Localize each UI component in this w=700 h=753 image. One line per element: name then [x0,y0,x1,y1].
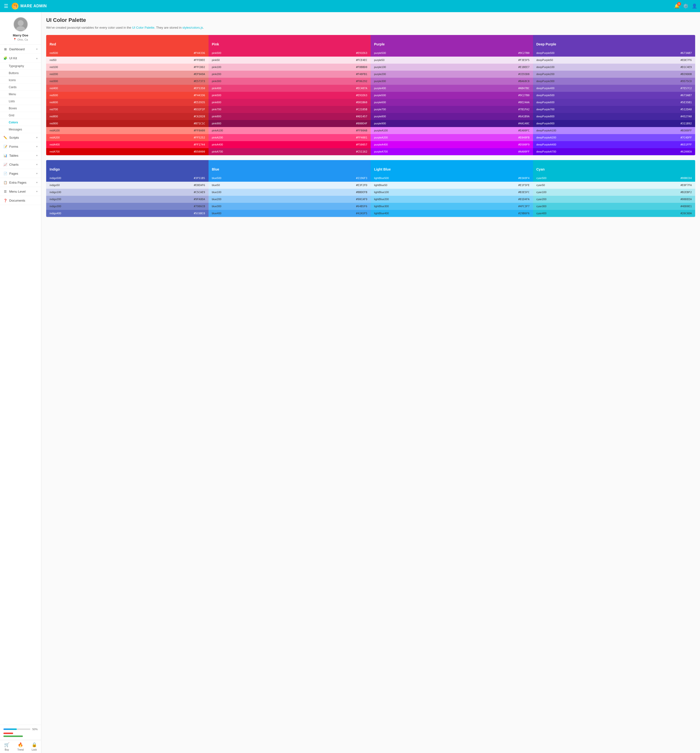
buy-label: Buy [5,748,9,751]
progress-bar [3,728,30,730]
lock-icon: 🔒 [31,742,37,747]
buy-button[interactable]: 🛒 Buy [0,740,14,753]
red800-swatch: red800#C62828 [46,113,209,120]
page-description: We've created javascript variables for e… [46,25,695,30]
pinkA700-swatch: pinkA700#C51162 [209,148,371,155]
profile-area: Marry Doe 📍 Ohio, Ca [0,12,41,45]
warm-color-headers: Red Pink Purple Deep Purple [46,35,695,50]
location-icon: 📍 [13,38,17,41]
warm-colors-section: Red Pink Purple Deep Purple red500#F4433… [46,35,695,155]
deepPurple100-swatch: deepPurple100#D1C4E9 [533,64,695,71]
sidebar: Marry Doe 📍 Ohio, Ca ⊞ Dashboard ▾ 🧩 UI … [0,12,41,753]
sidebar-item-menu-level[interactable]: ☰ Menu Level ▾ [0,187,41,196]
sidebar-item-documents[interactable]: ❓ Documents [0,196,41,205]
chevron-down-icon: ▾ [36,154,38,157]
profile-icon[interactable]: 👤 [692,3,697,9]
profile-name: Marry Doe [2,34,39,37]
redA200-swatch: redA200#FF5252 [46,134,209,141]
sidebar-bottom: 50% [0,725,41,740]
sidebar-item-grid[interactable]: Grid [0,112,41,119]
sidebar-item-dashboard[interactable]: ⊞ Dashboard ▾ [0,45,41,54]
A700-row: redA700#D50000 pinkA700#C51162 purpleA70… [46,148,695,155]
redA700-swatch: redA700#D50000 [46,148,209,155]
blue100-swatch: blue100#BBDEFB [209,189,371,196]
hamburger-icon[interactable]: ☰ [3,2,9,10]
indigo50-swatch: indigo50#E8EAF6 [46,182,209,189]
menu-level-icon: ☰ [3,189,7,193]
trend-button[interactable]: 🔥 Trend [14,740,27,753]
sidebar-item-typography[interactable]: Typography [0,63,41,70]
900-row: red900#B71C1C pink900#880E4F purple900#4… [46,120,695,127]
lightBlue500-swatch: lightBlue500#03A9F4 [371,175,533,182]
sidebar-item-icons[interactable]: Icons [0,77,41,84]
sidebar-item-buttons[interactable]: Buttons [0,70,41,77]
deepPurple900-swatch: deepPurple900#311B92 [533,120,695,127]
indigo-header: Indigo [46,160,209,175]
500b-row: red500#F44336 pink500#E91E63 purple500#9… [46,92,695,99]
forms-icon: 📝 [3,145,7,148]
notification-badge: 5 [677,2,681,6]
nav-right: 🔔 5 ⚙️ 👤 [674,3,697,9]
200-row: red200#EF9A9A pink200#F48FB1 purple200#C… [46,71,695,78]
500-row: red500#F44336 pink500#E91E63 purple500#9… [46,50,695,56]
sidebar-item-menu[interactable]: Menu [0,91,41,98]
pink-header: Pink [209,35,371,50]
deepPurple600-swatch: deepPurple600#5E35B1 [533,99,695,106]
deepPurple300-swatch: deepPurple300#9575CD [533,78,695,85]
pink900-swatch: pink900#880E4F [209,120,371,127]
buy-icon: 🛒 [4,742,9,747]
palette-link[interactable]: UI Color Palette [132,26,154,30]
sidebar-item-extra-pages[interactable]: 📋 Extra Pages ▾ [0,178,41,187]
sidebar-item-uikit[interactable]: 🧩 UI Kit ▴ [0,54,41,63]
red200-swatch: red200#EF9A9A [46,71,209,78]
progress-row: 50% [3,728,38,731]
sidebar-item-scripts[interactable]: ✏️ Scripts ▾ [0,133,41,142]
sidebar-item-tables[interactable]: 📊 Tables ▾ [0,151,41,160]
chevron-down-icon: ▾ [36,163,38,166]
pink50-swatch: pink50#FCE4EC [209,56,371,64]
trend-label: Trend [17,748,24,751]
sidebar-item-boxes[interactable]: Boxes [0,105,41,112]
notification-icon[interactable]: 🔔 5 [674,3,680,9]
cyan500-swatch: cyan500#00BCD4 [533,175,695,182]
lock-button[interactable]: 🔒 Lock [28,740,41,753]
main-content: UI Color Palette We've created javascrip… [41,12,700,753]
sidebar-item-colors[interactable]: Colors [0,119,41,126]
chevron-down-icon: ▾ [36,190,38,193]
pink800-swatch: pink800#AD1457 [209,113,371,120]
deepPurple800-swatch: deepPurple800#4527A0 [533,113,695,120]
lightBlue400-swatch: lightBlue400#29B6F6 [371,210,533,217]
cool-color-headers: Indigo Blue Light Blue Cyan [46,160,695,175]
cool-500-row: indigo500#3F51B5 blue500#2196F3 lightBlu… [46,175,695,182]
sidebar-item-lists[interactable]: Lists [0,98,41,105]
sidebar-item-messages[interactable]: Messages [0,126,41,133]
chevron-down-icon: ▾ [36,136,38,139]
cool-300-row: indigo300#7986CB blue300#64B5F6 lightBlu… [46,203,695,210]
lock-label: Lock [31,748,37,751]
light-blue-header: Light Blue [371,160,533,175]
blue400-swatch: blue400#42A5F5 [209,210,371,217]
sidebar-item-forms[interactable]: 📝 Forms ▾ [0,142,41,151]
settings-icon[interactable]: ⚙️ [683,3,688,9]
700-row: red700#D32F2F pink700#C2185B purple700#7… [46,106,695,113]
deepPurpleA700-swatch: deepPurpleA700#6200EA [533,148,695,155]
app-name: MARE ADMIN [20,4,47,8]
uikit-icon: 🧩 [3,56,7,60]
blue500-swatch: blue500#2196F3 [209,175,371,182]
red100-swatch: red100#FFCDD2 [46,64,209,71]
purple500-swatch: purple500#9C27B0 [371,50,533,56]
sidebar-item-pages[interactable]: 📄 Pages ▾ [0,169,41,178]
red300-swatch: red300#E57373 [46,78,209,85]
chevron-down-icon: ▾ [36,145,38,148]
purpleA100-swatch: purpleA100#EA80FC [371,127,533,134]
lightBlue100-swatch: lightBlue100#B3E5FC [371,189,533,196]
purple900-swatch: purple900#4A148C [371,120,533,127]
styles-link[interactable]: styles/colors.js [183,26,203,30]
red500-swatch: red500#F44336 [46,50,209,56]
deepPurpleA200-swatch: deepPurpleA200#7C4DFF [533,134,695,141]
sidebar-item-charts[interactable]: 📈 Charts ▾ [0,160,41,169]
chevron-down-icon: ▾ [36,48,38,51]
page-title: UI Color Palette [46,17,695,23]
sidebar-item-cards[interactable]: Cards [0,84,41,91]
pink100-swatch: pink100#F8BBD0 [209,64,371,71]
